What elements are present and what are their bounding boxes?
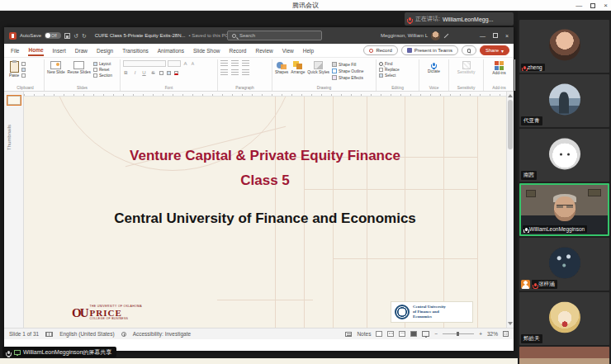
indent-icon[interactable] <box>242 60 249 66</box>
save-icon[interactable] <box>64 33 70 39</box>
paste-button[interactable]: Paste <box>9 60 19 78</box>
reading-view-icon[interactable] <box>399 331 405 337</box>
tab-design[interactable]: Design <box>97 46 113 55</box>
zoom-level[interactable]: 32% <box>487 331 498 337</box>
record-button[interactable]: Record <box>363 45 397 55</box>
account-area[interactable]: Megginson, William L <box>381 27 449 44</box>
saved-status[interactable]: • Saved to this PC <box>188 33 228 38</box>
zoom-out-icon[interactable]: − <box>434 331 438 337</box>
numbering-icon[interactable] <box>231 60 239 66</box>
slideshow-view-icon[interactable] <box>410 331 417 337</box>
ppt-maximize-button[interactable] <box>493 33 498 38</box>
format-painter-icon[interactable] <box>21 73 26 78</box>
cut-icon[interactable] <box>21 62 26 66</box>
present-in-teams-button[interactable]: Present in Teams <box>401 45 458 55</box>
italic-button[interactable]: I <box>132 70 138 75</box>
line-spacing-icon[interactable] <box>242 69 249 75</box>
language-status[interactable]: English (United States) <box>59 331 114 337</box>
select-button[interactable]: Select <box>379 73 400 78</box>
autosave-toggle[interactable]: Off <box>45 32 61 39</box>
layout-button[interactable]: Layout <box>93 62 112 66</box>
participant-tile[interactable]: 张梓涵 <box>519 238 609 291</box>
zoom-slider-knob[interactable] <box>457 332 459 336</box>
participant-tile[interactable]: 郑皓天 <box>519 292 609 345</box>
arrange-button[interactable]: Arrange <box>291 60 305 74</box>
dictate-button[interactable]: Dictate <box>428 60 440 73</box>
redo-icon[interactable]: ↻ <box>82 33 87 39</box>
notes-button[interactable]: Notes <box>357 331 371 337</box>
quick-styles-button[interactable]: Quick Styles <box>307 60 329 74</box>
tab-draw[interactable]: Draw <box>75 46 88 55</box>
search-input[interactable]: Search <box>227 31 322 40</box>
tab-file[interactable]: File <box>11 46 19 55</box>
tab-insert[interactable]: Insert <box>53 46 66 55</box>
zoom-in-icon[interactable]: + <box>479 331 482 337</box>
shape-fill-button[interactable]: Shape Fill <box>332 62 363 67</box>
participant-tile-active-speaker[interactable]: WilliamLeonMegginson <box>519 183 609 236</box>
accessibility-status[interactable]: Accessibility: Investigate <box>133 331 191 337</box>
paragraph-group-label: Paragraph <box>218 86 272 90</box>
shape-effects-button[interactable]: Shape Effects <box>332 75 363 80</box>
normal-view-icon[interactable] <box>376 331 382 337</box>
reset-button[interactable]: Reset <box>93 68 112 72</box>
tab-transitions[interactable]: Transitions <box>122 46 149 55</box>
slide-canvas[interactable]: Venture Capital & Private Equity Finance… <box>24 97 506 328</box>
tab-help[interactable]: Help <box>303 46 314 55</box>
participant-tile-partial[interactable] <box>519 347 609 364</box>
highlight-color-icon[interactable] <box>167 71 171 75</box>
pen-icon[interactable] <box>444 33 449 38</box>
vertical-scrollbar[interactable] <box>506 92 514 328</box>
shapes-button[interactable]: Shapes <box>275 60 288 74</box>
tencent-meeting-window: 腾讯会议 — × 正在讲话: WilliamLeonMegg... AutoSa… <box>0 0 611 364</box>
find-button[interactable]: Find <box>379 62 400 66</box>
strikethrough-button[interactable]: S <box>150 70 156 75</box>
maximize-button[interactable] <box>590 3 595 8</box>
participant-tile[interactable]: 南茜 <box>519 129 609 182</box>
scrollbar-thumb[interactable] <box>508 100 513 149</box>
tab-review[interactable]: Review <box>255 46 272 55</box>
comments-button[interactable] <box>462 45 476 55</box>
copy-icon[interactable] <box>21 68 26 72</box>
sensitivity-button[interactable]: Sensitivity <box>457 60 476 74</box>
share-button[interactable]: Share ▾ <box>480 45 509 55</box>
participant-tile[interactable]: 代亚青 <box>519 74 609 127</box>
align-left-icon[interactable] <box>220 69 228 75</box>
font-color-icon[interactable] <box>174 71 178 75</box>
undo-icon[interactable]: ↺ <box>73 33 78 39</box>
font-size-input[interactable] <box>168 60 181 67</box>
scroll-up-icon[interactable] <box>508 94 513 97</box>
slide-thumbnail[interactable] <box>7 96 21 105</box>
ppt-close-button[interactable]: × <box>505 33 509 39</box>
presenter-display-icon[interactable] <box>422 331 429 337</box>
slide-sorter-view-icon[interactable] <box>387 331 394 337</box>
minimize-button[interactable]: — <box>575 2 582 9</box>
scroll-down-icon[interactable] <box>508 322 513 325</box>
thumbnail-panel[interactable]: Thumbnails <box>4 92 24 328</box>
replace-button[interactable]: Replace <box>379 68 400 72</box>
reuse-slides-button[interactable]: Reuse Slides <box>68 60 91 74</box>
new-slide-button[interactable]: New Slide <box>47 60 65 74</box>
tab-slide-show[interactable]: Slide Show <box>193 46 220 55</box>
shrink-font-icon[interactable]: A <box>190 61 196 66</box>
underline-button[interactable]: U <box>141 70 147 75</box>
tab-view[interactable]: View <box>282 46 294 55</box>
tab-home[interactable]: Home <box>28 45 43 56</box>
fit-to-window-icon[interactable] <box>503 331 509 337</box>
shape-outline-button[interactable]: Shape Outline <box>332 69 363 73</box>
grow-font-icon[interactable]: A <box>182 61 188 66</box>
zoom-slider[interactable] <box>443 333 474 334</box>
font-name-input[interactable] <box>123 60 166 67</box>
notes-icon[interactable] <box>345 332 352 337</box>
tab-record[interactable]: Record <box>229 46 246 55</box>
addins-button[interactable]: Add-ins <box>492 60 505 75</box>
tab-animations[interactable]: Animations <box>158 46 184 55</box>
align-center-icon[interactable] <box>231 69 239 75</box>
powerpoint-app-icon <box>9 32 17 40</box>
participant-tile[interactable]: zheng <box>519 20 609 73</box>
bold-button[interactable]: B <box>123 70 129 75</box>
section-button[interactable]: Section <box>93 73 112 78</box>
bullets-icon[interactable] <box>220 60 228 66</box>
char-spacing-icon[interactable] <box>159 71 163 75</box>
close-button[interactable]: × <box>604 2 608 9</box>
ppt-minimize-button[interactable]: — <box>480 33 485 39</box>
